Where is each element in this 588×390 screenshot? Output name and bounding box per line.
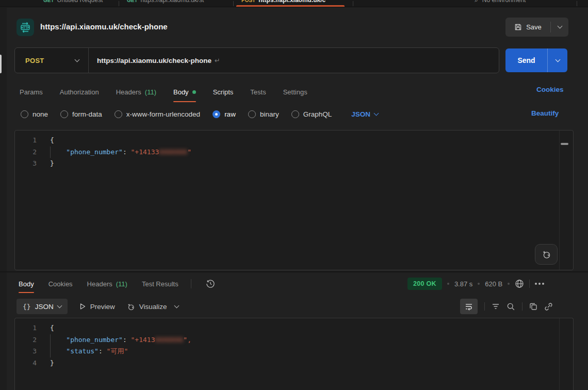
copy-icon — [529, 302, 537, 311]
save-button[interactable]: Save — [505, 18, 550, 37]
save-icon — [514, 23, 522, 31]
json-string-value: "+14133 — [131, 148, 159, 156]
tab-tests[interactable]: Tests — [250, 82, 266, 102]
share-link-button[interactable] — [544, 302, 553, 311]
body-modified-dot — [192, 90, 196, 94]
response-time[interactable]: 3.87 s — [454, 280, 472, 288]
mode-none[interactable]: none — [21, 110, 48, 118]
environment-selector[interactable]: ⌕No environment — [475, 0, 526, 4]
more-options-icon[interactable] — [535, 283, 544, 285]
language-dropdown[interactable]: JSON — [351, 110, 378, 118]
postbot-button[interactable] — [535, 244, 558, 265]
copy-response-button[interactable] — [529, 302, 537, 311]
url-input[interactable]: https://api.xiaomu.uk/check-phone↵ — [89, 57, 220, 64]
method-dropdown[interactable]: POST — [15, 48, 88, 73]
code-line: 3 } — [15, 158, 558, 170]
code-line: 1 { — [15, 135, 558, 147]
headers-count-badge: (11) — [145, 88, 156, 96]
http-request-icon: HTTP — [17, 19, 34, 36]
mode-form-data[interactable]: form-data — [60, 110, 102, 118]
json-string-value: "可用" — [107, 347, 128, 355]
search-response-button[interactable] — [507, 302, 515, 311]
line-number: 3 — [15, 346, 37, 358]
response-tab-body[interactable]: Body — [19, 274, 34, 293]
line-number: 2 — [15, 334, 37, 346]
line-number: 2 — [15, 147, 37, 158]
request-body-editor[interactable]: 1 { 2 "phone_number": "+141338888888" 3 … — [14, 130, 574, 270]
response-toolbar: {} JSON Preview Visualize — [17, 297, 178, 316]
visualize-button[interactable]: Visualize — [126, 302, 167, 311]
tab-settings[interactable]: Settings — [283, 82, 307, 102]
radio-icon — [60, 110, 68, 118]
save-options-button[interactable] — [551, 18, 568, 37]
visualize-options-chevron-icon[interactable] — [174, 303, 179, 308]
body-mode-row: none form-data x-www-form-urlencoded raw… — [21, 105, 378, 123]
response-body-editor[interactable]: 1 { 2 "phone_number": "+14138888888", 3 … — [14, 318, 574, 390]
code-line: 4 } — [15, 358, 558, 369]
tab-authorization[interactable]: Authorization — [60, 82, 99, 102]
json-key: "phone_number" — [66, 148, 123, 156]
meta-separator-dot — [478, 283, 480, 285]
radio-icon — [21, 110, 28, 118]
radio-icon — [248, 110, 256, 118]
redacted-digits: 8888888 — [159, 148, 187, 156]
response-history-button[interactable] — [206, 279, 215, 288]
response-tab-headers[interactable]: Headers (11) — [87, 274, 127, 293]
sidebar-drag-handle[interactable] — [0, 55, 2, 73]
mode-graphql[interactable]: GraphQL — [291, 110, 332, 118]
request-tab-strip: GETUntitled Request GEThttps://api.xiaom… — [0, 0, 588, 7]
radio-icon — [115, 110, 122, 118]
mode-binary[interactable]: binary — [248, 110, 279, 118]
divider — [522, 302, 522, 311]
open-tab-2[interactable]: GEThttps://api.xiaomu.uk/st — [127, 0, 204, 4]
response-format-dropdown[interactable]: {} JSON — [17, 299, 68, 314]
preview-button[interactable]: Preview — [79, 303, 115, 311]
response-body-code: 1 { 2 "phone_number": "+14138888888", 3 … — [15, 322, 558, 369]
mode-raw-selected[interactable]: raw — [213, 110, 236, 118]
chevron-down-icon — [75, 57, 80, 62]
json-key: "status" — [66, 347, 99, 355]
open-tab-1[interactable]: GETUntitled Request — [43, 0, 103, 4]
globe-icon — [515, 279, 524, 288]
tab-body[interactable]: Body — [173, 82, 196, 102]
response-size[interactable]: 620 B — [485, 280, 502, 288]
radio-selected-icon — [213, 110, 220, 118]
open-tab-3-active[interactable]: POSThttps://api.xiaomu.uk/c — [241, 0, 325, 4]
chevron-down-icon — [374, 110, 379, 116]
wrap-text-button[interactable] — [460, 299, 478, 314]
save-label: Save — [526, 23, 542, 31]
app-window: GETUntitled Request GEThttps://api.xiaom… — [0, 0, 588, 390]
chevron-down-icon — [557, 24, 562, 29]
meta-separator-dot — [447, 283, 449, 285]
status-badge[interactable]: 200 OK — [407, 278, 442, 290]
wrap-text-icon — [465, 302, 473, 311]
tab-headers[interactable]: Headers (11) — [116, 82, 156, 102]
play-icon — [79, 303, 86, 310]
request-response-divider[interactable] — [0, 271, 588, 272]
response-tab-test-results[interactable]: Test Results — [142, 274, 178, 293]
line-number: 4 — [15, 358, 37, 369]
tab-params[interactable]: Params — [20, 82, 43, 102]
method-value: POST — [25, 57, 44, 64]
cookies-link[interactable]: Cookies — [536, 86, 564, 93]
enter-key-hint: ↵ — [215, 57, 220, 64]
beautify-link[interactable]: Beautify — [531, 109, 559, 117]
search-icon: ⌕ — [475, 0, 478, 4]
response-tabs: Body Cookies Headers (11) Test Results — [19, 274, 215, 293]
method-get-label: GET — [43, 0, 54, 3]
send-options-button[interactable] — [548, 60, 567, 61]
mode-x-www-form-urlencoded[interactable]: x-www-form-urlencoded — [115, 110, 200, 118]
save-button-group: Save — [505, 18, 568, 37]
filter-icon — [492, 302, 500, 311]
braces-icon: {} — [23, 303, 31, 311]
tab-scripts[interactable]: Scripts — [213, 82, 234, 102]
filter-button[interactable] — [492, 302, 500, 311]
send-button[interactable]: Send — [505, 56, 547, 64]
divider — [484, 302, 485, 311]
network-info-button[interactable] — [515, 279, 524, 288]
response-tab-cookies[interactable]: Cookies — [48, 274, 73, 293]
active-tab-underline — [236, 5, 345, 7]
visualize-sparkle-icon — [126, 302, 135, 311]
method-post-label: POST — [241, 0, 255, 3]
editor-scrollbar-thumb[interactable] — [561, 143, 568, 145]
